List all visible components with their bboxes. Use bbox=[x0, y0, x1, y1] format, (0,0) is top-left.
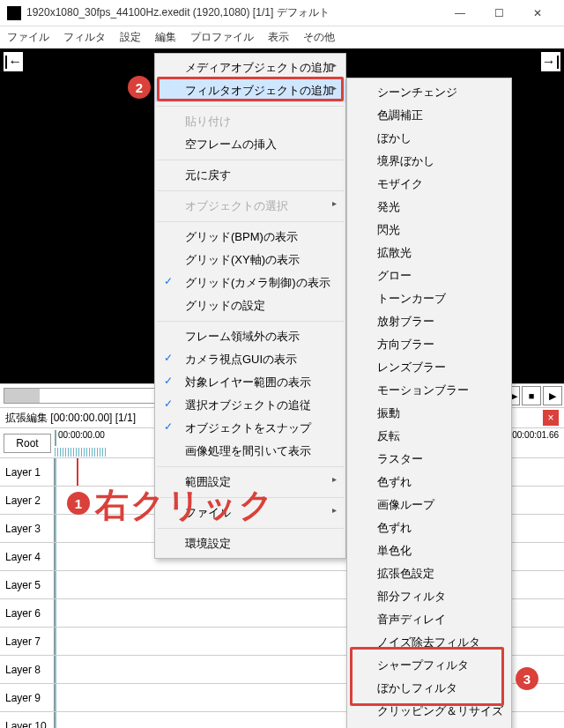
transport-btn-4[interactable]: ■ bbox=[522, 386, 541, 405]
filter-menu-item[interactable]: 発光 bbox=[347, 196, 511, 219]
menu-separator bbox=[157, 528, 344, 529]
filter-menu-item[interactable]: ぼかしフィルタ bbox=[347, 677, 511, 700]
menu-2[interactable]: 設定 bbox=[120, 30, 141, 45]
annotation-badge-2: 2 bbox=[128, 76, 151, 99]
menu-item: オブジェクトの選択 bbox=[155, 195, 345, 218]
menu-0[interactable]: ファイル bbox=[7, 30, 49, 45]
menu-item[interactable]: ✓オブジェクトをスナップ bbox=[155, 417, 345, 440]
menu-item[interactable]: ✓グリッド(カメラ制御)の表示 bbox=[155, 271, 345, 294]
filter-menu-item[interactable]: 単色化 bbox=[347, 539, 511, 562]
menu-6[interactable]: その他 bbox=[303, 30, 335, 45]
menu-3[interactable]: 編集 bbox=[155, 30, 176, 45]
close-button[interactable]: ✕ bbox=[518, 0, 557, 26]
layer-label[interactable]: Layer 8 bbox=[0, 656, 55, 683]
menu-item[interactable]: メディアオブジェクトの追加 bbox=[155, 56, 345, 79]
filter-menu-item[interactable]: 色ずれ bbox=[347, 516, 511, 539]
layer-label[interactable]: Layer 6 bbox=[0, 599, 55, 627]
filter-menu-item[interactable]: 部分フィルタ bbox=[347, 585, 511, 608]
menu-item[interactable]: グリッド(BPM)の表示 bbox=[155, 226, 345, 249]
menu-item-label: 拡張色設定 bbox=[377, 567, 434, 580]
check-icon: ✓ bbox=[164, 420, 173, 433]
filter-menu-item[interactable]: 色調補正 bbox=[347, 104, 511, 127]
layer-label[interactable]: Layer 9 bbox=[0, 684, 55, 711]
menu-item[interactable]: グリッドの設定 bbox=[155, 294, 345, 317]
menu-item[interactable]: ✓対象レイヤー範囲の表示 bbox=[155, 371, 345, 394]
filter-menu-item[interactable]: 縁塗りつぶし bbox=[347, 723, 511, 728]
ruler-t1: 00:00:01.66 bbox=[512, 430, 559, 440]
filter-menu-item[interactable]: 振動 bbox=[347, 402, 511, 425]
layer-label[interactable]: Layer 5 bbox=[0, 571, 55, 598]
filter-menu-item[interactable]: 画像ループ bbox=[347, 494, 511, 516]
menu-item-label: ぼかしフィルタ bbox=[377, 681, 457, 695]
menu-item-label: 単色化 bbox=[377, 544, 412, 557]
menu-item-label: 閃光 bbox=[377, 223, 400, 236]
menu-separator bbox=[157, 221, 344, 222]
menu-item[interactable]: グリッド(XY軸)の表示 bbox=[155, 249, 345, 271]
layer-label[interactable]: Layer 2 bbox=[0, 487, 55, 514]
menu-1[interactable]: フィルタ bbox=[63, 30, 106, 45]
filter-menu-item[interactable]: 拡張色設定 bbox=[347, 562, 511, 585]
filter-menu-item[interactable]: クリッピング＆リサイズ bbox=[347, 700, 511, 723]
layer-label[interactable]: Layer 3 bbox=[0, 515, 55, 542]
filter-menu-item[interactable]: トーンカーブ bbox=[347, 287, 511, 310]
filter-menu-item[interactable]: ノイズ除去フィルタ bbox=[347, 631, 511, 654]
menu-item[interactable]: 環境設定 bbox=[155, 532, 345, 555]
go-start-button[interactable]: |← bbox=[4, 52, 23, 71]
menu-item-label: グリッドの設定 bbox=[185, 299, 265, 312]
filter-menu-item[interactable]: 拡散光 bbox=[347, 241, 511, 264]
menu-item-label: グリッド(カメラ制御)の表示 bbox=[185, 276, 330, 289]
editor-close-button[interactable]: × bbox=[543, 410, 559, 426]
menu-item[interactable]: ✓選択オブジェクトの追従 bbox=[155, 394, 345, 417]
filter-menu-item[interactable]: 方向ブラー bbox=[347, 333, 511, 356]
check-icon: ✓ bbox=[164, 352, 173, 364]
menu-item-label: 反転 bbox=[377, 429, 400, 442]
maximize-button[interactable]: ☐ bbox=[479, 0, 518, 26]
filter-menu-item[interactable]: 色ずれ bbox=[347, 471, 511, 494]
filter-menu-item[interactable]: モーションブラー bbox=[347, 379, 511, 402]
menu-item-label: ノイズ除去フィルタ bbox=[377, 635, 480, 649]
menu-item-label: 画像処理を間引いて表示 bbox=[185, 444, 311, 457]
filter-menu-item[interactable]: レンズブラー bbox=[347, 356, 511, 379]
menu-item: 貼り付け bbox=[155, 110, 345, 133]
ruler-t0: 00:00:00.00 bbox=[58, 430, 105, 440]
playhead[interactable] bbox=[77, 458, 78, 486]
filter-menu-item[interactable]: ぼかし bbox=[347, 127, 511, 150]
layer-label[interactable]: Layer 7 bbox=[0, 628, 55, 655]
editor-header-label: 拡張編集 [00:00:00.00] [1/1] bbox=[5, 411, 136, 426]
menu-item[interactable]: フィルタオブジェクトの追加 bbox=[155, 79, 345, 102]
menu-item[interactable]: ✓カメラ視点GUIの表示 bbox=[155, 348, 345, 371]
menu-item-label: 環境設定 bbox=[185, 537, 231, 550]
layer-label[interactable]: Layer 1 bbox=[0, 458, 55, 486]
menu-item-label: ぼかし bbox=[377, 131, 412, 145]
filter-menu-item[interactable]: 放射ブラー bbox=[347, 310, 511, 333]
root-button[interactable]: Root bbox=[4, 434, 51, 453]
filter-menu-item[interactable]: シャープフィルタ bbox=[347, 654, 511, 677]
annotation-badge-3: 3 bbox=[516, 667, 538, 690]
menu-item-label: 空フレームの挿入 bbox=[185, 137, 277, 151]
menu-item-label: 色ずれ bbox=[377, 475, 412, 488]
menu-4[interactable]: プロファイル bbox=[190, 30, 254, 45]
filter-menu-item[interactable]: ラスター bbox=[347, 448, 511, 471]
menu-separator bbox=[157, 160, 344, 160]
menu-item[interactable]: フレーム領域外の表示 bbox=[155, 325, 345, 348]
filter-menu-item[interactable]: 反転 bbox=[347, 425, 511, 448]
filter-menu-item[interactable]: 閃光 bbox=[347, 219, 511, 241]
filter-menu-item[interactable]: グロー bbox=[347, 264, 511, 287]
filter-menu-item[interactable]: モザイク bbox=[347, 173, 511, 196]
menu-item[interactable]: 空フレームの挿入 bbox=[155, 133, 345, 156]
go-end-button[interactable]: →| bbox=[541, 52, 560, 71]
menu-item-label: クリッピング＆リサイズ bbox=[377, 704, 503, 717]
layer-label[interactable]: Layer 4 bbox=[0, 543, 55, 570]
menu-5[interactable]: 表示 bbox=[268, 30, 289, 45]
filter-menu-item[interactable]: 音声ディレイ bbox=[347, 608, 511, 631]
filter-menu-item[interactable]: シーンチェンジ bbox=[347, 81, 511, 104]
app-icon bbox=[7, 6, 21, 20]
check-icon: ✓ bbox=[164, 375, 173, 387]
menu-item-label: 発光 bbox=[377, 200, 400, 213]
menu-item[interactable]: 元に戻す bbox=[155, 164, 345, 187]
filter-menu-item[interactable]: 境界ぼかし bbox=[347, 150, 511, 173]
menu-item[interactable]: 画像処理を間引いて表示 bbox=[155, 440, 345, 463]
minimize-button[interactable]: — bbox=[441, 0, 479, 26]
layer-label[interactable]: Layer 10 bbox=[0, 712, 55, 728]
transport-btn-5[interactable]: ▶ bbox=[543, 386, 562, 405]
